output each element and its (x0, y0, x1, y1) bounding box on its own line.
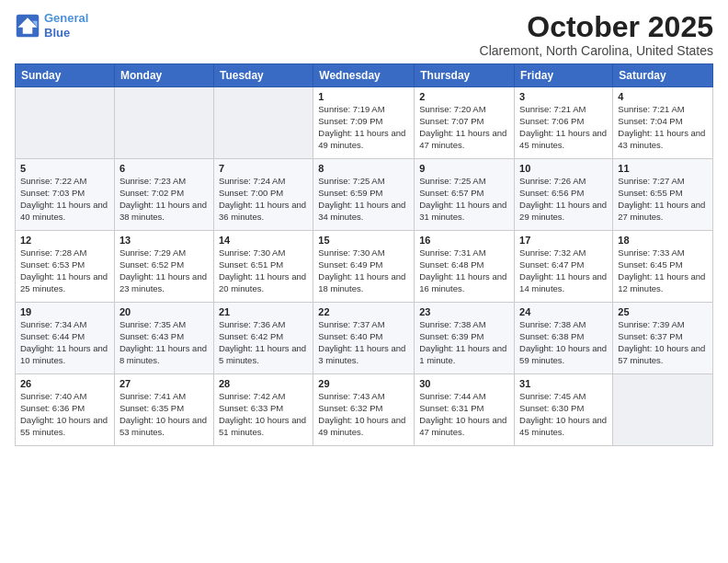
week-row-5: 26Sunrise: 7:40 AM Sunset: 6:36 PM Dayli… (16, 374, 713, 446)
day-number: 4 (618, 91, 708, 102)
day-number: 31 (519, 378, 608, 389)
day-info: Sunrise: 7:28 AM Sunset: 6:53 PM Dayligh… (20, 247, 109, 294)
day-cell: 5Sunrise: 7:22 AM Sunset: 7:03 PM Daylig… (16, 159, 115, 231)
day-info: Sunrise: 7:31 AM Sunset: 6:48 PM Dayligh… (419, 247, 509, 294)
calendar-table: SundayMondayTuesdayWednesdayThursdayFrid… (15, 63, 713, 446)
weekday-header-row: SundayMondayTuesdayWednesdayThursdayFrid… (16, 64, 713, 87)
weekday-sunday: Sunday (16, 64, 115, 87)
day-number: 12 (20, 235, 109, 246)
day-cell: 31Sunrise: 7:45 AM Sunset: 6:30 PM Dayli… (515, 374, 613, 446)
day-cell: 8Sunrise: 7:25 AM Sunset: 6:59 PM Daylig… (313, 159, 415, 231)
day-cell: 22Sunrise: 7:37 AM Sunset: 6:40 PM Dayli… (313, 303, 415, 374)
day-cell: 4Sunrise: 7:21 AM Sunset: 7:04 PM Daylig… (613, 87, 713, 159)
day-cell: 10Sunrise: 7:26 AM Sunset: 6:56 PM Dayli… (515, 159, 613, 231)
location-title: Claremont, North Carolina, United States (480, 43, 713, 58)
day-number: 11 (618, 163, 708, 174)
day-cell: 29Sunrise: 7:43 AM Sunset: 6:32 PM Dayli… (313, 374, 415, 446)
day-number: 25 (618, 306, 708, 317)
weekday-saturday: Saturday (613, 64, 713, 87)
day-number: 19 (20, 306, 109, 317)
day-info: Sunrise: 7:38 AM Sunset: 6:39 PM Dayligh… (419, 319, 509, 366)
weekday-monday: Monday (114, 64, 213, 87)
day-cell: 21Sunrise: 7:36 AM Sunset: 6:42 PM Dayli… (213, 303, 313, 374)
day-number: 9 (419, 163, 509, 174)
day-info: Sunrise: 7:43 AM Sunset: 6:32 PM Dayligh… (318, 391, 409, 438)
day-info: Sunrise: 7:41 AM Sunset: 6:35 PM Dayligh… (119, 391, 209, 438)
day-number: 3 (519, 91, 608, 102)
day-number: 24 (519, 306, 608, 317)
weekday-friday: Friday (515, 64, 613, 87)
day-info: Sunrise: 7:21 AM Sunset: 7:06 PM Dayligh… (519, 104, 608, 151)
logo-icon (15, 13, 40, 39)
day-info: Sunrise: 7:42 AM Sunset: 6:33 PM Dayligh… (219, 391, 308, 438)
day-number: 14 (219, 235, 308, 246)
day-info: Sunrise: 7:20 AM Sunset: 7:07 PM Dayligh… (419, 104, 509, 151)
day-number: 17 (519, 235, 608, 246)
day-cell: 26Sunrise: 7:40 AM Sunset: 6:36 PM Dayli… (16, 374, 115, 446)
day-cell: 1Sunrise: 7:19 AM Sunset: 7:09 PM Daylig… (313, 87, 415, 159)
day-info: Sunrise: 7:40 AM Sunset: 6:36 PM Dayligh… (20, 391, 109, 438)
day-number: 20 (119, 306, 209, 317)
week-row-3: 12Sunrise: 7:28 AM Sunset: 6:53 PM Dayli… (16, 231, 713, 303)
weekday-wednesday: Wednesday (313, 64, 415, 87)
day-cell: 18Sunrise: 7:33 AM Sunset: 6:45 PM Dayli… (613, 231, 713, 303)
day-cell: 28Sunrise: 7:42 AM Sunset: 6:33 PM Dayli… (213, 374, 313, 446)
day-cell (613, 374, 713, 446)
day-cell: 30Sunrise: 7:44 AM Sunset: 6:31 PM Dayli… (415, 374, 515, 446)
weekday-tuesday: Tuesday (213, 64, 313, 87)
day-cell: 19Sunrise: 7:34 AM Sunset: 6:44 PM Dayli… (16, 303, 115, 374)
day-info: Sunrise: 7:37 AM Sunset: 6:40 PM Dayligh… (318, 319, 409, 366)
day-info: Sunrise: 7:36 AM Sunset: 6:42 PM Dayligh… (219, 319, 308, 366)
day-number: 23 (419, 306, 509, 317)
logo-text: General Blue (44, 11, 88, 40)
day-info: Sunrise: 7:33 AM Sunset: 6:45 PM Dayligh… (618, 247, 708, 294)
day-number: 6 (119, 163, 209, 174)
day-number: 10 (519, 163, 608, 174)
day-number: 5 (20, 163, 109, 174)
day-info: Sunrise: 7:34 AM Sunset: 6:44 PM Dayligh… (20, 319, 109, 366)
day-number: 8 (318, 163, 409, 174)
day-cell: 23Sunrise: 7:38 AM Sunset: 6:39 PM Dayli… (415, 303, 515, 374)
day-number: 13 (119, 235, 209, 246)
day-cell: 9Sunrise: 7:25 AM Sunset: 6:57 PM Daylig… (415, 159, 515, 231)
day-cell: 16Sunrise: 7:31 AM Sunset: 6:48 PM Dayli… (415, 231, 515, 303)
day-info: Sunrise: 7:35 AM Sunset: 6:43 PM Dayligh… (119, 319, 209, 366)
day-cell: 24Sunrise: 7:38 AM Sunset: 6:38 PM Dayli… (515, 303, 613, 374)
day-info: Sunrise: 7:23 AM Sunset: 7:02 PM Dayligh… (119, 176, 209, 223)
weekday-thursday: Thursday (415, 64, 515, 87)
week-row-4: 19Sunrise: 7:34 AM Sunset: 6:44 PM Dayli… (16, 303, 713, 374)
day-info: Sunrise: 7:27 AM Sunset: 6:55 PM Dayligh… (618, 176, 708, 223)
day-cell: 12Sunrise: 7:28 AM Sunset: 6:53 PM Dayli… (16, 231, 115, 303)
day-cell: 7Sunrise: 7:24 AM Sunset: 7:00 PM Daylig… (213, 159, 313, 231)
day-number: 16 (419, 235, 509, 246)
day-cell: 14Sunrise: 7:30 AM Sunset: 6:51 PM Dayli… (213, 231, 313, 303)
day-info: Sunrise: 7:19 AM Sunset: 7:09 PM Dayligh… (318, 104, 409, 151)
day-cell (213, 87, 313, 159)
day-number: 18 (618, 235, 708, 246)
month-title: October 2025 (480, 11, 713, 43)
day-cell: 3Sunrise: 7:21 AM Sunset: 7:06 PM Daylig… (515, 87, 613, 159)
day-info: Sunrise: 7:26 AM Sunset: 6:56 PM Dayligh… (519, 176, 608, 223)
day-cell (114, 87, 213, 159)
page-container: General Blue October 2025 Claremont, Nor… (0, 0, 728, 454)
day-number: 1 (318, 91, 409, 102)
day-number: 2 (419, 91, 509, 102)
day-number: 29 (318, 378, 409, 389)
day-number: 27 (119, 378, 209, 389)
day-info: Sunrise: 7:38 AM Sunset: 6:38 PM Dayligh… (519, 319, 608, 366)
day-info: Sunrise: 7:30 AM Sunset: 6:51 PM Dayligh… (219, 247, 308, 294)
day-cell: 15Sunrise: 7:30 AM Sunset: 6:49 PM Dayli… (313, 231, 415, 303)
title-block: October 2025 Claremont, North Carolina, … (480, 11, 713, 58)
day-cell: 27Sunrise: 7:41 AM Sunset: 6:35 PM Dayli… (114, 374, 213, 446)
day-info: Sunrise: 7:44 AM Sunset: 6:31 PM Dayligh… (419, 391, 509, 438)
day-cell: 13Sunrise: 7:29 AM Sunset: 6:52 PM Dayli… (114, 231, 213, 303)
day-info: Sunrise: 7:30 AM Sunset: 6:49 PM Dayligh… (318, 247, 409, 294)
logo-blue: Blue (44, 26, 70, 40)
day-number: 21 (219, 306, 308, 317)
week-row-2: 5Sunrise: 7:22 AM Sunset: 7:03 PM Daylig… (16, 159, 713, 231)
day-cell: 25Sunrise: 7:39 AM Sunset: 6:37 PM Dayli… (613, 303, 713, 374)
week-row-1: 1Sunrise: 7:19 AM Sunset: 7:09 PM Daylig… (16, 87, 713, 159)
day-number: 26 (20, 378, 109, 389)
day-cell: 20Sunrise: 7:35 AM Sunset: 6:43 PM Dayli… (114, 303, 213, 374)
day-info: Sunrise: 7:24 AM Sunset: 7:00 PM Dayligh… (219, 176, 308, 223)
